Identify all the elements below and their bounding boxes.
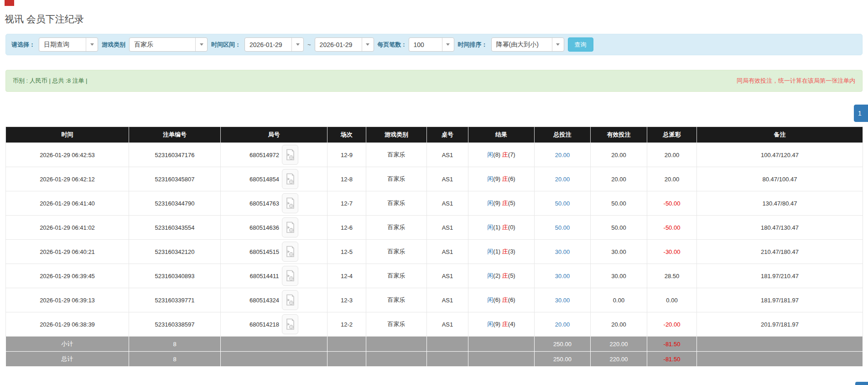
- pagination-page-number: 1: [858, 110, 868, 117]
- cell-time: 2026-01-29 06:39:45: [6, 264, 129, 288]
- subtotal-row-cell: [221, 337, 327, 352]
- table-row: 2026-01-29 06:39:13523160339771680514324…: [6, 288, 863, 312]
- summary-notice-text: 同局有效投注，统一计算在该局第一张注单内: [737, 77, 855, 85]
- round-number-text: 680514411: [249, 273, 279, 280]
- cell-table-number: AS1: [427, 240, 468, 264]
- video-replay-button[interactable]: [282, 314, 298, 334]
- cell-time: 2026-01-29 06:42:12: [6, 167, 129, 191]
- filter-bar: 请选择： 日期查询 游戏类别 百家乐 时间区间： 2026-01-29 ~ 20…: [5, 34, 863, 55]
- total-bet-link[interactable]: 30.00: [555, 273, 570, 280]
- cell-valid-bet: 50.00: [591, 191, 647, 216]
- time-sort-value: 降幂(由大到小): [492, 38, 552, 51]
- cell-time: 2026-01-29 06:40:21: [6, 240, 129, 264]
- column-header: 局号: [221, 127, 327, 143]
- cell-session: 12-3: [327, 288, 366, 312]
- cell-table-number: AS1: [427, 264, 468, 288]
- cell-round-number: 680514636: [221, 216, 327, 240]
- table-row: 2026-01-29 06:42:12523160345807680514854…: [6, 167, 863, 191]
- table-header-row: 时间注单编号局号场次游戏类别桌号结果总投注有效投注总派彩备注: [6, 127, 863, 143]
- video-replay-button[interactable]: [282, 145, 298, 165]
- cell-valid-bet: 50.00: [591, 216, 647, 240]
- cell-payout: 20.00: [647, 143, 697, 167]
- total-bet-link[interactable]: 20.00: [555, 152, 570, 158]
- cell-payout: 0.00: [647, 288, 697, 312]
- cell-round-number: 680514763: [221, 191, 327, 216]
- round-number-text: 680514763: [249, 200, 279, 207]
- search-button[interactable]: 查询: [568, 37, 593, 52]
- per-page-label: 每页笔数 :: [378, 41, 405, 49]
- cell-game-type: 百家乐: [366, 143, 427, 167]
- cell-session: 12-2: [327, 312, 366, 337]
- per-page-select[interactable]: 100: [409, 37, 454, 52]
- cell-payout: -30.00: [647, 240, 697, 264]
- column-header: 备注: [697, 127, 863, 143]
- cell-session: 12-9: [327, 143, 366, 167]
- cell-result: 闲(2) 庄(5): [468, 264, 535, 288]
- subtotal-row-cell: [327, 337, 366, 352]
- column-header: 场次: [327, 127, 366, 143]
- cell-remark: 80.47/100.47: [697, 167, 863, 191]
- video-replay-button[interactable]: [282, 242, 298, 262]
- grand-total-row-cell: -81.50: [647, 352, 697, 367]
- subtotal-row: 小计8250.00220.00-81.50: [6, 337, 863, 352]
- cell-valid-bet: 30.00: [591, 240, 647, 264]
- round-number-text: 680514324: [249, 297, 279, 304]
- total-bet-link[interactable]: 30.00: [555, 248, 570, 255]
- cell-bet-number: 523160347176: [129, 143, 221, 167]
- chevron-down-icon: [86, 38, 98, 51]
- chevron-down-icon: [362, 38, 374, 51]
- video-replay-button[interactable]: [282, 193, 298, 213]
- cell-bet-number: 523160343554: [129, 216, 221, 240]
- total-bet-link[interactable]: 50.00: [555, 200, 570, 207]
- cell-valid-bet: 20.00: [591, 312, 647, 337]
- table-row: 2026-01-29 06:40:21523160342120680514515…: [6, 240, 863, 264]
- date-to-select[interactable]: 2026-01-29: [315, 37, 374, 52]
- cell-game-type: 百家乐: [366, 264, 427, 288]
- cell-game-type: 百家乐: [366, 167, 427, 191]
- chevron-down-icon: [195, 38, 207, 51]
- cell-valid-bet: 30.00: [591, 264, 647, 288]
- total-bet-link[interactable]: 20.00: [555, 321, 570, 328]
- column-header: 有效投注: [591, 127, 647, 143]
- cell-game-type: 百家乐: [366, 240, 427, 264]
- query-type-select[interactable]: 日期查询: [39, 37, 98, 52]
- cell-bet-number: 523160338597: [129, 312, 221, 337]
- cell-session: 12-8: [327, 167, 366, 191]
- time-sort-select[interactable]: 降幂(由大到小): [491, 37, 564, 52]
- cell-table-number: AS1: [427, 312, 468, 337]
- chevron-down-icon: [442, 38, 454, 51]
- cell-session: 12-6: [327, 216, 366, 240]
- cell-game-type: 百家乐: [366, 288, 427, 312]
- tilde-separator: ~: [307, 41, 311, 48]
- pagination-bottom-partial[interactable]: [855, 382, 868, 385]
- total-bet-link[interactable]: 50.00: [555, 224, 570, 231]
- grand-total-row-cell: 220.00: [591, 352, 647, 367]
- cell-result: 闲(1) 庄(0): [468, 216, 535, 240]
- page-title: 视讯 会员下注纪录: [5, 13, 84, 26]
- cell-session: 12-4: [327, 264, 366, 288]
- grand-total-row-cell: [327, 352, 366, 367]
- video-replay-button[interactable]: [282, 290, 298, 310]
- pagination-page-1[interactable]: 1: [854, 105, 868, 122]
- video-replay-button[interactable]: [282, 266, 298, 286]
- cell-table-number: AS1: [427, 143, 468, 167]
- subtotal-row-cell: -81.50: [647, 337, 697, 352]
- video-replay-button[interactable]: [282, 169, 298, 189]
- column-header: 总投注: [535, 127, 591, 143]
- cell-remark: 181.97/210.47: [697, 264, 863, 288]
- round-number-text: 680514218: [249, 321, 279, 328]
- subtotal-row-cell: 220.00: [591, 337, 647, 352]
- subtotal-row-cell: 250.00: [535, 337, 591, 352]
- cell-time: 2026-01-29 06:41:02: [6, 216, 129, 240]
- total-bet-link[interactable]: 20.00: [555, 176, 570, 183]
- date-from-select[interactable]: 2026-01-29: [244, 37, 304, 52]
- column-header: 游戏类别: [366, 127, 427, 143]
- cell-result: 闲(6) 庄(6): [468, 288, 535, 312]
- total-bet-link[interactable]: 30.00: [555, 297, 570, 304]
- cell-bet-number: 523160345807: [129, 167, 221, 191]
- video-replay-button[interactable]: [282, 217, 298, 237]
- game-type-select[interactable]: 百家乐: [129, 37, 208, 52]
- cell-remark: 180.47/130.47: [697, 216, 863, 240]
- chevron-down-icon: [552, 38, 564, 51]
- cell-game-type: 百家乐: [366, 191, 427, 216]
